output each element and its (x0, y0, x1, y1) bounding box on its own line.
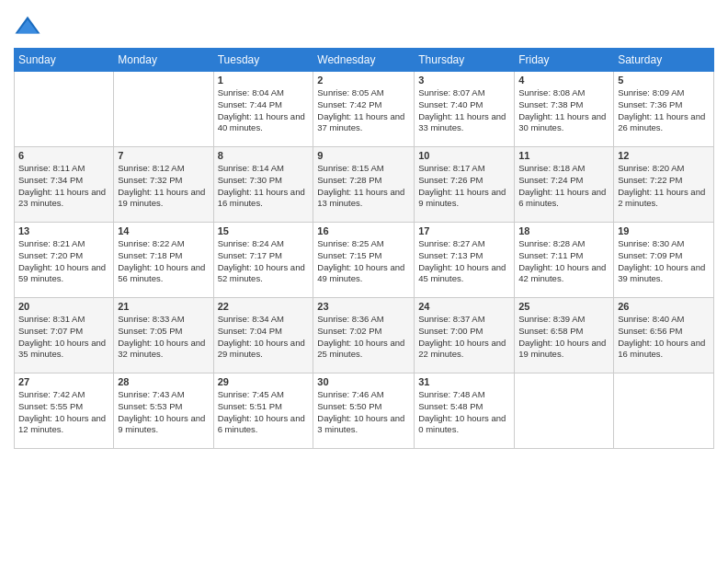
calendar-day-cell: 22Sunrise: 8:34 AM Sunset: 7:04 PM Dayli… (213, 298, 313, 373)
day-info: Sunrise: 8:24 AM Sunset: 7:17 PM Dayligh… (218, 238, 310, 285)
day-info: Sunrise: 7:45 AM Sunset: 5:51 PM Dayligh… (218, 389, 310, 436)
day-number: 25 (518, 301, 609, 312)
day-number: 8 (218, 150, 310, 161)
day-info: Sunrise: 8:09 AM Sunset: 7:36 PM Dayligh… (618, 87, 710, 134)
day-info: Sunrise: 8:21 AM Sunset: 7:20 PM Dayligh… (18, 238, 109, 285)
calendar-day-cell: 14Sunrise: 8:22 AM Sunset: 7:18 PM Dayli… (114, 223, 213, 298)
calendar-day-cell: 30Sunrise: 7:46 AM Sunset: 5:50 PM Dayli… (313, 373, 415, 449)
calendar-day-cell (515, 373, 614, 449)
calendar-day-cell: 21Sunrise: 8:33 AM Sunset: 7:05 PM Dayli… (114, 298, 213, 373)
calendar-day-cell: 12Sunrise: 8:20 AM Sunset: 7:22 PM Dayli… (614, 147, 714, 223)
day-info: Sunrise: 8:22 AM Sunset: 7:18 PM Dayligh… (118, 238, 209, 285)
day-number: 3 (418, 75, 510, 86)
day-info: Sunrise: 8:37 AM Sunset: 7:00 PM Dayligh… (418, 314, 510, 361)
day-number: 14 (118, 225, 209, 236)
logo (14, 13, 45, 40)
day-number: 11 (518, 150, 609, 161)
day-info: Sunrise: 8:15 AM Sunset: 7:28 PM Dayligh… (317, 163, 410, 210)
day-info: Sunrise: 7:42 AM Sunset: 5:55 PM Dayligh… (18, 389, 109, 436)
day-number: 26 (618, 301, 710, 312)
day-info: Sunrise: 8:31 AM Sunset: 7:07 PM Dayligh… (18, 314, 109, 361)
calendar-day-cell (114, 72, 213, 147)
day-number: 9 (317, 150, 410, 161)
day-info: Sunrise: 8:33 AM Sunset: 7:05 PM Dayligh… (118, 314, 209, 361)
day-info: Sunrise: 8:17 AM Sunset: 7:26 PM Dayligh… (418, 163, 510, 210)
day-info: Sunrise: 8:28 AM Sunset: 7:11 PM Dayligh… (518, 238, 609, 285)
day-info: Sunrise: 8:04 AM Sunset: 7:44 PM Dayligh… (218, 87, 310, 134)
day-info: Sunrise: 8:25 AM Sunset: 7:15 PM Dayligh… (317, 238, 410, 285)
weekday-header: Tuesday (213, 49, 313, 72)
day-number: 24 (418, 301, 510, 312)
day-info: Sunrise: 8:40 AM Sunset: 6:56 PM Dayligh… (618, 314, 710, 361)
day-info: Sunrise: 8:12 AM Sunset: 7:32 PM Dayligh… (118, 163, 209, 210)
day-number: 29 (218, 376, 310, 387)
calendar-day-cell: 2Sunrise: 8:05 AM Sunset: 7:42 PM Daylig… (313, 72, 415, 147)
day-info: Sunrise: 7:43 AM Sunset: 5:53 PM Dayligh… (118, 389, 209, 436)
day-info: Sunrise: 8:08 AM Sunset: 7:38 PM Dayligh… (518, 87, 609, 134)
day-number: 23 (317, 301, 410, 312)
calendar-day-cell: 28Sunrise: 7:43 AM Sunset: 5:53 PM Dayli… (114, 373, 213, 449)
weekday-header: Sunday (15, 49, 114, 72)
calendar-day-cell: 6Sunrise: 8:11 AM Sunset: 7:34 PM Daylig… (15, 147, 114, 223)
calendar-day-cell: 10Sunrise: 8:17 AM Sunset: 7:26 PM Dayli… (415, 147, 515, 223)
logo-icon (14, 13, 41, 40)
calendar-day-cell: 18Sunrise: 8:28 AM Sunset: 7:11 PM Dayli… (515, 223, 614, 298)
day-number: 21 (118, 301, 209, 312)
calendar: SundayMondayTuesdayWednesdayThursdayFrid… (14, 48, 714, 449)
calendar-day-cell: 5Sunrise: 8:09 AM Sunset: 7:36 PM Daylig… (614, 72, 714, 147)
weekday-header: Wednesday (313, 49, 415, 72)
calendar-day-cell: 17Sunrise: 8:27 AM Sunset: 7:13 PM Dayli… (415, 223, 515, 298)
calendar-day-cell: 15Sunrise: 8:24 AM Sunset: 7:17 PM Dayli… (213, 223, 313, 298)
header (14, 9, 714, 40)
calendar-day-cell: 4Sunrise: 8:08 AM Sunset: 7:38 PM Daylig… (515, 72, 614, 147)
calendar-day-cell: 11Sunrise: 8:18 AM Sunset: 7:24 PM Dayli… (515, 147, 614, 223)
day-info: Sunrise: 8:36 AM Sunset: 7:02 PM Dayligh… (317, 314, 410, 361)
day-number: 22 (218, 301, 310, 312)
calendar-day-cell: 9Sunrise: 8:15 AM Sunset: 7:28 PM Daylig… (313, 147, 415, 223)
calendar-day-cell: 27Sunrise: 7:42 AM Sunset: 5:55 PM Dayli… (15, 373, 114, 449)
calendar-day-cell: 7Sunrise: 8:12 AM Sunset: 7:32 PM Daylig… (114, 147, 213, 223)
calendar-day-cell (614, 373, 714, 449)
calendar-day-cell: 20Sunrise: 8:31 AM Sunset: 7:07 PM Dayli… (15, 298, 114, 373)
calendar-day-cell: 13Sunrise: 8:21 AM Sunset: 7:20 PM Dayli… (15, 223, 114, 298)
day-info: Sunrise: 8:07 AM Sunset: 7:40 PM Dayligh… (418, 87, 510, 134)
day-number: 13 (18, 225, 109, 236)
day-info: Sunrise: 8:34 AM Sunset: 7:04 PM Dayligh… (218, 314, 310, 361)
day-number: 31 (418, 376, 510, 387)
day-number: 16 (317, 225, 410, 236)
day-number: 1 (218, 75, 310, 86)
day-number: 30 (317, 376, 410, 387)
day-number: 7 (118, 150, 209, 161)
weekday-header: Monday (114, 49, 213, 72)
day-number: 10 (418, 150, 510, 161)
weekday-header: Friday (515, 49, 614, 72)
day-info: Sunrise: 8:05 AM Sunset: 7:42 PM Dayligh… (317, 87, 410, 134)
day-number: 12 (618, 150, 710, 161)
day-number: 28 (118, 376, 209, 387)
calendar-week-row: 27Sunrise: 7:42 AM Sunset: 5:55 PM Dayli… (15, 373, 714, 449)
calendar-day-cell: 1Sunrise: 8:04 AM Sunset: 7:44 PM Daylig… (213, 72, 313, 147)
day-number: 2 (317, 75, 410, 86)
calendar-day-cell: 19Sunrise: 8:30 AM Sunset: 7:09 PM Dayli… (614, 223, 714, 298)
weekday-header: Saturday (614, 49, 714, 72)
day-number: 15 (218, 225, 310, 236)
calendar-week-row: 1Sunrise: 8:04 AM Sunset: 7:44 PM Daylig… (15, 72, 714, 147)
weekday-header-row: SundayMondayTuesdayWednesdayThursdayFrid… (15, 49, 714, 72)
calendar-day-cell: 8Sunrise: 8:14 AM Sunset: 7:30 PM Daylig… (213, 147, 313, 223)
calendar-week-row: 6Sunrise: 8:11 AM Sunset: 7:34 PM Daylig… (15, 147, 714, 223)
calendar-day-cell: 26Sunrise: 8:40 AM Sunset: 6:56 PM Dayli… (614, 298, 714, 373)
calendar-day-cell (15, 72, 114, 147)
day-info: Sunrise: 8:39 AM Sunset: 6:58 PM Dayligh… (518, 314, 609, 361)
calendar-day-cell: 31Sunrise: 7:48 AM Sunset: 5:48 PM Dayli… (415, 373, 515, 449)
calendar-day-cell: 25Sunrise: 8:39 AM Sunset: 6:58 PM Dayli… (515, 298, 614, 373)
day-number: 27 (18, 376, 109, 387)
day-info: Sunrise: 7:46 AM Sunset: 5:50 PM Dayligh… (317, 389, 410, 436)
day-info: Sunrise: 8:30 AM Sunset: 7:09 PM Dayligh… (618, 238, 710, 285)
day-number: 18 (518, 225, 609, 236)
calendar-week-row: 20Sunrise: 8:31 AM Sunset: 7:07 PM Dayli… (15, 298, 714, 373)
day-info: Sunrise: 8:14 AM Sunset: 7:30 PM Dayligh… (218, 163, 310, 210)
calendar-day-cell: 23Sunrise: 8:36 AM Sunset: 7:02 PM Dayli… (313, 298, 415, 373)
day-number: 6 (18, 150, 109, 161)
day-number: 4 (518, 75, 609, 86)
day-number: 20 (18, 301, 109, 312)
